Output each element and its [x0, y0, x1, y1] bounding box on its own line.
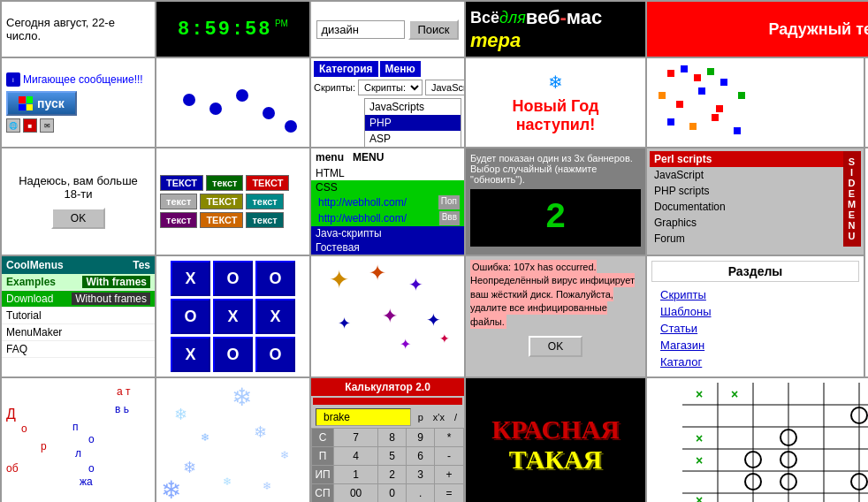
- side-item-php[interactable]: PHP scripts: [650, 183, 843, 199]
- calc-btn-1[interactable]: 1: [334, 466, 378, 484]
- taskbar: 🌐 ■ ✉: [6, 118, 54, 133]
- taskbar-icon-2[interactable]: ■: [23, 118, 37, 133]
- date-text: Сегодня август, 22-е число.: [6, 16, 150, 42]
- search-input[interactable]: [316, 20, 405, 39]
- coolmenus-header: CoolMenus Tes: [2, 256, 155, 274]
- section-link-scripts[interactable]: Скрипты: [651, 286, 859, 303]
- cdot-7: [676, 101, 683, 108]
- sections-title: Разделы: [651, 261, 859, 282]
- menu-item-java[interactable]: Java-скрипты: [311, 226, 464, 240]
- cm-item-download[interactable]: Download Without frames: [2, 291, 155, 308]
- ttt-big-cell: × × × × × × × × × × ×: [646, 377, 868, 502]
- ttt-cell-2[interactable]: O: [213, 261, 253, 296]
- ttt-cell-5[interactable]: X: [213, 299, 253, 334]
- ct-box-3: ТЕКСТ: [246, 175, 289, 191]
- menu-item-link1[interactable]: http://webholl.com/ Поп: [311, 194, 464, 210]
- sl-s: S: [849, 156, 856, 167]
- calc-bar: [313, 398, 462, 405]
- snowflake-3: ❄: [201, 431, 209, 444]
- flash-text: Мигающее сообщение!!!: [23, 73, 143, 86]
- category-select[interactable]: Скрипты:: [358, 80, 423, 95]
- calc-btn-0[interactable]: 0: [378, 484, 407, 503]
- calc-btn-eq[interactable]: =: [435, 484, 464, 503]
- calc-cell: Калькулятор 2.0 brake р х'х / С 7 8 9 * …: [310, 377, 465, 502]
- cm-item-tutorial[interactable]: Tutorial: [2, 308, 155, 324]
- calc-btn-4[interactable]: 4: [334, 447, 378, 466]
- calc-btn-dot[interactable]: .: [407, 484, 435, 503]
- calc-btn-2[interactable]: 2: [378, 466, 407, 484]
- search-cell: Поиск: [310, 1, 465, 57]
- side-item-forum[interactable]: Forum: [650, 231, 843, 247]
- side-item-graphics[interactable]: Graphics: [650, 215, 843, 231]
- ok-button[interactable]: OK: [51, 208, 105, 229]
- calc-btn-5[interactable]: 5: [378, 447, 407, 466]
- section-link-catalog[interactable]: Каталог: [651, 354, 859, 370]
- taskbar-icon-1[interactable]: 🌐: [6, 118, 20, 133]
- sl-m: M: [848, 199, 857, 209]
- calc-btn-sub[interactable]: -: [435, 447, 464, 466]
- cm-item-faq[interactable]: FAQ: [2, 341, 155, 358]
- snowflake-8: ❄: [161, 475, 181, 502]
- colored-text-cell: ТЕКСТ текст ТЕКСТ текст ТЕКСТ текст текс…: [156, 148, 310, 255]
- ct-box-4: текст: [160, 194, 197, 209]
- calc-btn-add[interactable]: +: [435, 466, 464, 484]
- ttt-cell-9[interactable]: O: [255, 337, 295, 372]
- ttt-cell-4[interactable]: O: [171, 299, 210, 334]
- calc-btn-3[interactable]: 3: [407, 466, 435, 484]
- error-ok-button[interactable]: OK: [529, 336, 582, 357]
- ct-row-2: текст ТЕКСТ текст: [160, 194, 306, 209]
- menu-side-btn-2[interactable]: Ввв: [439, 211, 460, 225]
- calc-row-1: С 7 8 9 *: [312, 429, 464, 447]
- hope-text: Надеюсь, вам больше 18-ти: [9, 174, 148, 201]
- ttt-cell-7[interactable]: X: [171, 337, 210, 372]
- menu-item-css[interactable]: CSS: [311, 180, 464, 194]
- ttt-cell-6[interactable]: X: [255, 299, 295, 334]
- cm-item-withframes[interactable]: With frames: [82, 276, 150, 288]
- start-button[interactable]: пуск: [6, 91, 77, 116]
- date-cell: Сегодня август, 22-е число.: [1, 1, 156, 57]
- side-item-js[interactable]: JavaScript: [650, 167, 843, 183]
- category-label: Категория: [314, 61, 378, 77]
- menu-link1-text: http://webholl.com/: [316, 195, 438, 209]
- cdot-1: [667, 70, 674, 77]
- side-menu-items: Perl scripts JavaScript PHP scripts Docu…: [650, 151, 843, 247]
- menu-item-guest[interactable]: Гостевая: [311, 240, 464, 255]
- calc-label-sp: СП: [312, 484, 334, 503]
- section-link-templates[interactable]: Шаблоны: [651, 303, 859, 320]
- calc-btn-7[interactable]: 7: [334, 429, 378, 447]
- calc-btn-mul[interactable]: *: [435, 429, 464, 447]
- side-item-docs[interactable]: Documentation: [650, 199, 843, 215]
- ttt-cell-1[interactable]: X: [171, 261, 210, 296]
- menu-item-link2[interactable]: http://webholl.com/ Ввв: [311, 210, 464, 226]
- ttt-cell-8[interactable]: O: [213, 337, 253, 372]
- section-link-shop[interactable]: Магазин: [651, 337, 859, 354]
- cm-item-examples[interactable]: Examples With frames: [2, 274, 155, 291]
- calc-row-4: СП 00 0 . =: [312, 484, 464, 503]
- calc-btn-6[interactable]: 6: [407, 447, 435, 466]
- svg-text:×: ×: [696, 387, 703, 401]
- newyear-content: ❄ Новый Год наступил!: [475, 72, 636, 134]
- taskbar-icon-3[interactable]: ✉: [40, 118, 54, 133]
- calc-btn-8[interactable]: 8: [378, 429, 407, 447]
- ttt-cell-3[interactable]: O: [255, 261, 295, 296]
- menu-item-html[interactable]: HTML: [311, 166, 464, 180]
- dropdown-item-js[interactable]: JavaScripts: [365, 99, 461, 115]
- dropdown-item-php[interactable]: PHP: [365, 115, 461, 131]
- js-select[interactable]: JavaScripts: [425, 80, 465, 95]
- snowflake-2: ❄: [174, 405, 187, 424]
- search-button[interactable]: Поиск: [408, 19, 458, 40]
- side-item-perl[interactable]: Perl scripts: [650, 151, 843, 167]
- cm-item-menumaker[interactable]: MenuMaker: [2, 324, 155, 341]
- snowflake-6: ❄: [183, 458, 196, 477]
- calc-label-p: П: [312, 447, 334, 466]
- calc-btn-9[interactable]: 9: [407, 429, 435, 447]
- cm-item-withoutframes[interactable]: Without frames: [72, 293, 150, 305]
- cdot-8: [698, 87, 705, 95]
- calc-btn-00[interactable]: 00: [334, 484, 378, 503]
- section-link-articles[interactable]: Статьи: [651, 320, 859, 337]
- coolmenus-cell: CoolMenus Tes Examples With frames Downl…: [1, 255, 156, 377]
- sl-d: D: [849, 178, 857, 188]
- menu-side-btn-1[interactable]: Поп: [438, 195, 460, 209]
- dropdown-item-asp[interactable]: ASP: [365, 131, 461, 147]
- calc-table: С 7 8 9 * П 4 5 6 - ИП 1 2 3 + СП: [311, 428, 464, 502]
